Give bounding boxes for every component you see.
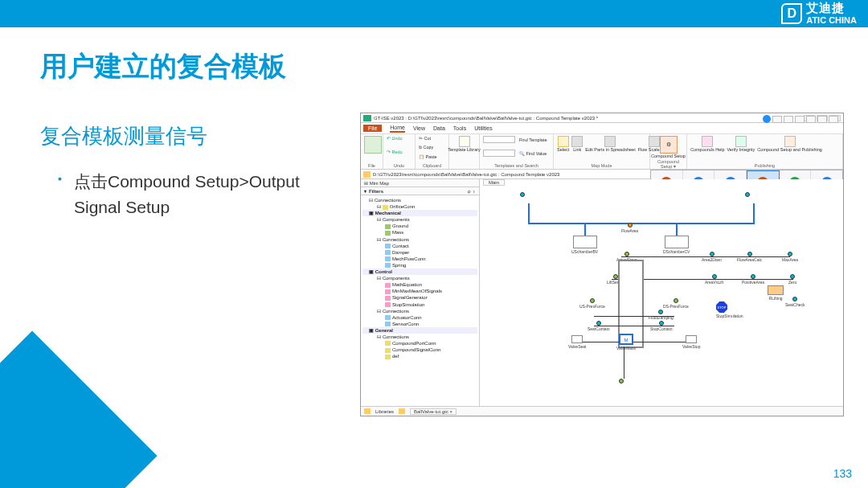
tree-node[interactable]: Ground [362, 223, 477, 229]
document-tab[interactable]: BallValve-tut.gtc × [410, 408, 457, 415]
tree-node[interactable]: ▣ General [362, 327, 477, 334]
ribbon: File ↶ Undo ↷ Redo Undo ✂ Cut ⧉ Copy 📋 P… [361, 134, 843, 170]
uspresforce-node[interactable] [590, 298, 595, 303]
port-icon[interactable] [520, 192, 525, 197]
help-icon[interactable] [763, 115, 771, 123]
brand-en: ATIC CHINA [806, 15, 857, 25]
actualdiam-node[interactable] [624, 252, 629, 256]
maxarea-node[interactable] [788, 252, 792, 256]
tree-node[interactable]: Mass [362, 229, 477, 236]
tree-node[interactable]: CompoundPortConn [362, 340, 477, 347]
tree-node[interactable]: ⊟ Connections [362, 197, 477, 203]
areavslift-node[interactable] [712, 274, 717, 279]
tree-node[interactable]: ⊟ Components [362, 216, 477, 223]
tab-view[interactable]: View [413, 125, 425, 131]
redo-button[interactable]: Redo [392, 150, 403, 154]
window-title: GT-ISE v2023 : D:\GTI\v2023\resrc\compou… [374, 116, 804, 121]
flowareacalc-node[interactable] [747, 252, 752, 256]
edit-parts-button[interactable]: Edit Parts in Spreadsheet [585, 136, 635, 153]
model-canvas[interactable]: Main USchamberBV FlowArea DSchamberCV Ac [480, 179, 843, 406]
tab-tools[interactable]: Tools [453, 125, 466, 131]
tab-utilities[interactable]: Utilities [474, 125, 493, 131]
valvestop-node[interactable] [686, 335, 697, 343]
zero-node[interactable] [790, 274, 795, 279]
dspresforce-node[interactable] [674, 298, 678, 303]
rlifting-node[interactable] [768, 285, 784, 295]
brand-cn: 艾迪捷 [806, 2, 857, 15]
uschamber-node[interactable] [573, 236, 597, 248]
folder-icon [363, 171, 371, 178]
diagram-area: USchamberBV FlowArea DSchamberCV ActualD… [480, 189, 843, 406]
status-bar: Libraries BallValve-tut.gtc × [361, 406, 843, 416]
undo-button[interactable]: Undo [392, 136, 403, 141]
qat-btn[interactable] [817, 116, 827, 123]
brand-logo: D 艾迪捷 ATIC CHINA [781, 2, 857, 24]
tree-node[interactable]: ⊟ Connections [362, 308, 477, 314]
file-group-label: File [364, 163, 379, 168]
compounds-help-button[interactable]: Compounds Help [690, 136, 725, 153]
cut-button[interactable]: Cut [424, 136, 432, 141]
slide-subtitle: 复合模板测量信号 [40, 122, 207, 150]
minimap-header[interactable]: ⊞ Mini Map [361, 179, 479, 187]
link-button[interactable]: Link [571, 136, 583, 153]
copy-button[interactable]: Copy [424, 145, 434, 150]
tree-node[interactable]: ⊟ OrificeConn [362, 203, 477, 210]
qat-btn[interactable] [784, 116, 793, 123]
seatcontact-node[interactable] [596, 321, 601, 326]
tree-node[interactable]: ▣ Control [362, 269, 477, 275]
flowarea-node[interactable] [628, 223, 633, 228]
template-library-button[interactable]: Template Library [452, 136, 476, 153]
tab-home[interactable]: Home [390, 125, 405, 133]
tree-node[interactable]: def [362, 353, 477, 359]
tab-data[interactable]: Data [433, 125, 445, 131]
qat-btn[interactable] [772, 116, 782, 123]
valveseat-node[interactable] [571, 335, 583, 343]
filters-header[interactable]: ▾ Filters⌕ ⋮ [361, 187, 479, 195]
main-tab[interactable]: Main [483, 179, 505, 186]
select-button[interactable]: Select [557, 136, 569, 153]
compound-setup-publish-button[interactable]: Compound Setup and Publishing [757, 136, 821, 153]
port-icon[interactable] [745, 192, 750, 197]
tree-node[interactable]: Spring [362, 262, 477, 269]
tree-node[interactable]: ⊟ Connections [362, 236, 477, 243]
qat-btn[interactable] [795, 116, 805, 123]
qat-btn[interactable] [806, 116, 816, 123]
templates-search-label: Templates and Search [483, 163, 550, 168]
valvemass-node[interactable]: ValveMass [616, 346, 636, 351]
stop-icon[interactable]: STOP [716, 301, 727, 313]
find-value-input[interactable] [483, 150, 515, 157]
verify-integrity-button[interactable]: Verify Integrity [727, 136, 755, 153]
positivearea-node[interactable] [751, 274, 755, 279]
tree-node[interactable]: ActuatorConn [362, 314, 477, 321]
page-number: 133 [833, 467, 852, 480]
tree-node[interactable]: ⊟ Connections [362, 334, 477, 340]
bottom-port[interactable] [619, 379, 624, 383]
library-tree[interactable]: ⊟ Connections⊟ OrificeConn▣ Mechanical⊟ … [361, 195, 479, 406]
tree-node[interactable]: MathEquation [362, 281, 477, 288]
find-template-label: Find Template [519, 137, 547, 142]
seatcheck-node[interactable] [792, 297, 797, 301]
compound-setup-button[interactable]: ⚙ Compound Setup [653, 136, 683, 159]
area2diam-node[interactable] [710, 252, 714, 256]
tree-node[interactable]: SignalGenerator [362, 294, 477, 301]
doc-icon [399, 408, 405, 414]
tree-node[interactable]: ⊟ Components [362, 275, 477, 281]
dschamber-node[interactable] [665, 236, 689, 248]
tree-node[interactable]: ▣ Mechanical [362, 210, 477, 216]
tree-node[interactable]: Contact [362, 243, 477, 249]
paste-button[interactable]: Paste [426, 154, 437, 159]
file-group-icon[interactable] [364, 136, 382, 154]
stopcontact-node[interactable] [659, 321, 664, 326]
tree-node[interactable]: CompoundSignalConn [362, 347, 477, 353]
tree-node[interactable]: SensorConn [362, 321, 477, 327]
libraries-label[interactable]: Libraries [375, 409, 394, 414]
tree-node[interactable]: Damper [362, 249, 477, 256]
find-value-button[interactable]: Find Value [526, 151, 547, 156]
tree-node[interactable]: StopSimulation [362, 301, 477, 308]
fluiddamping-node[interactable] [658, 310, 663, 314]
tree-node[interactable]: MinMaxMeanOfSignals [362, 288, 477, 294]
find-template-input[interactable] [483, 136, 515, 143]
file-menu[interactable]: File [363, 125, 382, 132]
tree-node[interactable]: MechFlowConn [362, 256, 477, 262]
qat-btn[interactable] [829, 116, 838, 123]
